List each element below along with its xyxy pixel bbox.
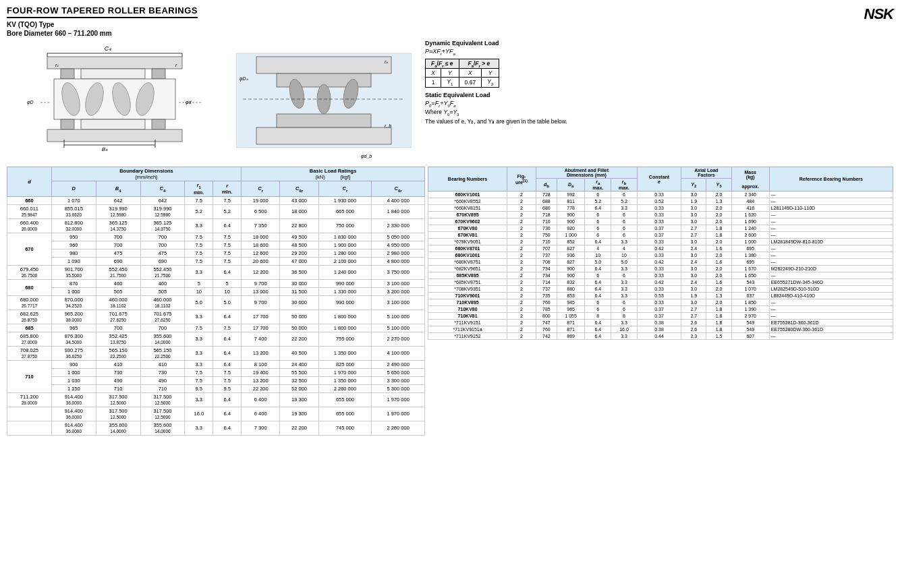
data-cell: 6: [611, 212, 638, 218]
table-cell: 710: [7, 360, 52, 392]
table-cell: 13 200: [242, 376, 280, 384]
abutment-col: Abutment and FilletDimensions (mm): [536, 167, 637, 179]
data-cell: 2: [507, 232, 536, 239]
table-cell: 679.45026.7500: [7, 265, 52, 279]
table-cell: 745 000: [318, 421, 372, 435]
left-table-wrapper: d Boundary Dimensions(mm/inch) Basic Loa…: [7, 167, 425, 436]
table-cell: 47 000: [280, 257, 318, 265]
data-cell: 734: [536, 272, 557, 279]
table-row: 7109004104103.36.48 10024 400825 0002 49…: [7, 360, 425, 368]
data-cell: 2.6: [681, 320, 706, 326]
data-cell: 778: [557, 205, 585, 212]
table-cell: 700: [140, 324, 185, 332]
data-cell: 2.7: [681, 306, 706, 313]
data-cell: 6: [585, 225, 611, 232]
table-cell: 17 700: [242, 310, 280, 324]
table-row: *680KV875127068275.05.00.422.41.6695—: [428, 259, 893, 266]
table-cell: 5 300 000: [372, 384, 425, 392]
table-cell: 3.3: [185, 310, 213, 324]
data-cell: —: [769, 232, 893, 239]
data-cell: 549: [731, 320, 769, 326]
table-cell: 730: [140, 368, 185, 376]
table-cell: 5.2: [213, 204, 242, 218]
table-cell: 7.5: [185, 249, 213, 257]
data-cell: 827: [557, 259, 585, 266]
table-cell: 5.0: [213, 295, 242, 310]
table-cell: 1 930 000: [318, 196, 372, 204]
table-cell: 12 200: [242, 265, 280, 279]
table-cell: 31 500: [280, 287, 318, 295]
table-row: 685.80027.0000876.30034.5000352.42513.87…: [7, 332, 425, 346]
data-cell: 3.0: [681, 239, 706, 245]
bearing-number-cell: 680KV1001: [428, 252, 507, 259]
table-cell: 12 600: [242, 249, 280, 257]
table-row: 660.01125.9847855.01533.6620319.99012.59…: [7, 204, 425, 218]
table-row: 710KV900127358536.43.30.531.91.3637L8824…: [428, 293, 893, 299]
svg-text:r_b: r_b: [385, 123, 391, 128]
table-cell: 7.5: [185, 376, 213, 384]
bore-diameter: Bore Diameter 660 – 711.200 mm: [7, 30, 198, 37]
data-cell: 2: [507, 252, 536, 259]
static-eq: P0=Fr+Y0Fa: [425, 100, 600, 108]
data-cell: 710: [536, 239, 557, 245]
table-cell: 355.60014.0000: [140, 421, 185, 435]
table-cell: 43 000: [280, 196, 318, 204]
table-cell: 710: [96, 384, 140, 392]
table-cell: 642: [96, 196, 140, 204]
data-cell: —: [769, 225, 893, 232]
table-cell: 7.5: [213, 376, 242, 384]
data-cell: 2: [507, 286, 536, 293]
table-cell: 50 000: [280, 324, 318, 332]
bearing-number-cell: *708KV9351: [428, 286, 507, 293]
data-cell: L281149D-110-110D: [769, 205, 893, 212]
table-cell: 30 000: [280, 295, 318, 310]
table-cell: 2 490 000: [372, 360, 425, 368]
data-cell: 1.9: [681, 293, 706, 299]
table-cell: 4 400 000: [372, 196, 425, 204]
table-row: 1 000505505101013 00031 5001 330 0003 20…: [7, 287, 425, 295]
table-cell: 7.5: [213, 324, 242, 332]
table-row: 670KV802730920660.372.71.81 240—: [428, 225, 893, 232]
table-cell: 914.40036.0000: [51, 392, 96, 407]
table-cell: 6.4: [213, 392, 242, 407]
data-cell: 900: [557, 218, 585, 225]
table-cell: 365.12514.3750: [140, 218, 185, 233]
bearing-number-cell: *682KV9651: [428, 266, 507, 272]
table-cell: 1 240 000: [318, 265, 372, 279]
data-cell: —: [769, 333, 893, 340]
svg-text:φD: φD: [27, 100, 34, 105]
data-cell: 760: [536, 299, 557, 306]
bearing-number-cell: 680KV8701: [428, 245, 507, 252]
data-cell: 760: [536, 326, 557, 333]
diagram-left: C₄: [7, 40, 223, 161]
load-factors-table: Fa/Fr ≤ e Fa/Fr > e X Y X Y 1 Y1 0.67 Y2: [425, 59, 499, 88]
table-row: 1 1507107109.59.522 20052 0002 260 0005 …: [7, 384, 425, 392]
header-row-2: D B4 C4 r1min. rmin. Cr C0r Cr C0r: [7, 181, 425, 197]
table-row: 660KV10012728992660.333.02.02 340—: [428, 192, 893, 198]
table-row: 679.45026.7500901.70035.5000552.45021.75…: [7, 265, 425, 279]
table-row: 670KV96022710900660.333.02.01 690—: [428, 218, 893, 225]
data-cell: 3.0: [681, 212, 706, 218]
table-cell: 1 330 000: [318, 287, 372, 295]
svg-rect-14: [81, 119, 145, 129]
table-cell: 475: [140, 249, 185, 257]
table-cell: 6.4: [213, 310, 242, 324]
table-cell: 680: [7, 279, 52, 295]
Da-col: Da: [557, 179, 585, 192]
data-cell: 2.0: [706, 286, 731, 293]
data-cell: 0.38: [637, 326, 681, 333]
table-cell: 1 800 000: [318, 310, 372, 324]
table-cell: 708.02527.8750: [7, 346, 52, 360]
data-cell: 0.33: [637, 212, 681, 218]
data-cell: 1.8: [706, 306, 731, 313]
table-cell: 7 350: [242, 218, 280, 233]
dynamic-eq: P=XFr+YFa: [425, 48, 600, 56]
data-cell: 10: [585, 252, 611, 259]
data-cell: 6: [611, 218, 638, 225]
table-cell: 2 330 000: [372, 218, 425, 233]
data-cell: 785: [536, 306, 557, 313]
table-cell: 914.40036.0000: [51, 421, 96, 435]
table-cell: 9 700: [242, 279, 280, 287]
table-cell: 552.45021.7500: [96, 265, 140, 279]
ra-col: ramax.: [585, 179, 611, 192]
